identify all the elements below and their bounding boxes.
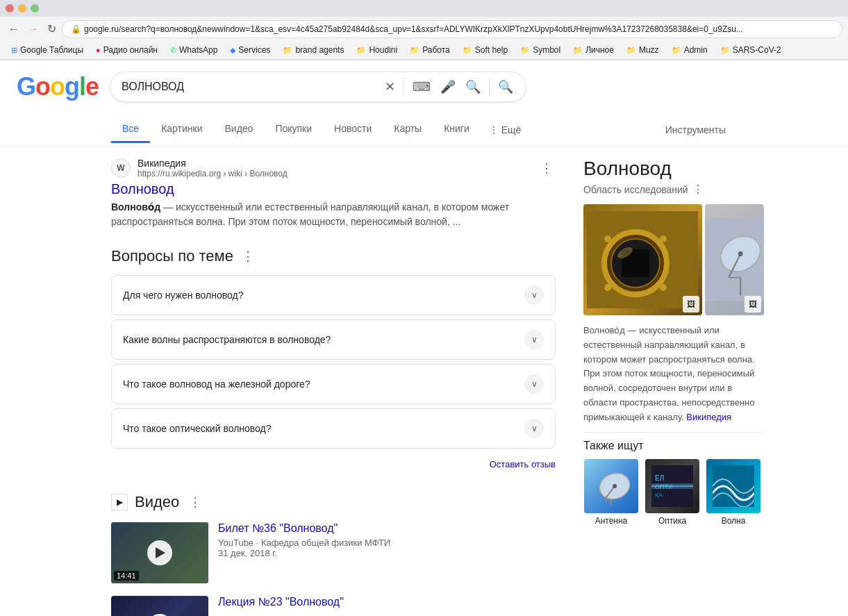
video-thumbnail-2[interactable] [111,596,208,616]
chevron-down-icon: ∨ [524,285,544,305]
bookmark-admin[interactable]: 📁 Admin [666,43,713,57]
kp-images: 🖼 🖼 [583,204,764,315]
snippet-rest: — искусственный или естественный направл… [111,201,509,227]
tab-tools[interactable]: Инструменты [654,117,737,142]
video-source-1: YouTube · Кафедра общей физики МФТИ [218,538,556,548]
kp-source-link[interactable]: Википедия [686,412,731,422]
browser-titlebar [0,0,848,17]
faq-item-4[interactable]: Что такое оптический волновод? ∨ [111,408,556,449]
tab-maps[interactable]: Карты [383,116,433,143]
logo-g: G [17,72,35,101]
folder-icon: 📁 [720,46,730,55]
logo-o1: o [35,72,50,101]
forward-button[interactable]: → [25,20,42,38]
chevron-down-icon: ∨ [524,330,544,349]
tab-more[interactable]: ⋮ Ещё [481,117,530,142]
faq-question-text: Что такое волновод на железной дороге? [123,378,310,390]
bookmark-sars[interactable]: 📁 SARS-CoV-2 [715,43,787,57]
bookmark-radio[interactable]: ● Радио онлайн [90,43,163,57]
bookmarks-bar: ⊞ Google Таблицы ● Радио онлайн ✆ WhatsA… [0,41,848,60]
tab-video[interactable]: Видео [213,116,264,143]
questions-title: Вопросы по теме [111,247,233,265]
tab-news[interactable]: Новости [323,116,383,143]
search-bar-container: ✕ ⌨ 🎤 🔍 🔍 [110,72,831,102]
image-expand-icon-2[interactable]: 🖼 [745,296,761,313]
keyboard-icon[interactable]: ⌨ [411,78,432,96]
lock-icon: 🔒 [71,24,81,34]
radio-icon: ● [96,46,101,54]
related-item-optica[interactable]: ЕЛ ОПТИ КА Оптика [645,459,700,526]
play-button-icon[interactable] [147,540,172,565]
voice-search-button[interactable]: 🎤 [439,78,457,96]
faq-question-1[interactable]: Для чего нужен волновод? ∨ [112,276,555,315]
bookmark-rabota[interactable]: 📁 Работа [404,43,456,57]
kp-menu-button[interactable]: ⋮ [692,183,704,196]
lens-search-button[interactable]: 🔍 [464,78,482,96]
kp-description: Волново́д — искусственный или естественн… [583,324,764,425]
bookmark-soft-help[interactable]: 📁 Soft help [457,43,513,57]
google-logo: G o o g l e [17,72,99,101]
faq-question-3[interactable]: Что такое волновод на железной дороге? ∨ [112,365,555,403]
right-column: Волновод Область исследований ⋮ [570,158,764,616]
image-expand-icon[interactable]: 🖼 [683,296,699,313]
tab-books[interactable]: Книги [433,116,481,143]
bookmark-whatsapp[interactable]: ✆ WhatsApp [165,43,223,57]
video-title-link-1[interactable]: Билет №36 "Волновод" [218,522,556,535]
site-info: Википедия https://ru.wikipedia.org › wik… [138,158,288,178]
knowledge-panel: Волновод Область исследований ⋮ [583,158,764,526]
search-result-wikipedia: W Википедия https://ru.wikipedia.org › w… [111,158,556,229]
questions-section: Вопросы по теме ⋮ Для чего нужен волново… [111,246,556,475]
feedback-link[interactable]: Оставить отзыв [490,459,556,469]
result-title-link[interactable]: Волновод [111,181,556,197]
related-item-wave[interactable]: Волна [706,459,761,526]
bookmark-label: Symbol [533,45,560,55]
antenna-img-svg [590,465,632,507]
video-menu-button[interactable]: ⋮ [186,492,204,513]
faq-question-4[interactable]: Что такое оптический волновод? ∨ [112,409,555,448]
wikipedia-favicon: W [111,158,131,178]
browser-nav: ← → ↻ 🔒 google.ru/search?q=волновод&neww… [0,17,848,41]
bookmark-symbol[interactable]: 📁 Symbol [515,43,566,57]
chevron-down-icon: ∨ [524,374,544,394]
tab-shopping[interactable]: Покупки [264,116,323,143]
waveguide-svg [587,211,698,308]
minimize-button[interactable] [18,4,26,13]
folder-icon: 📁 [520,46,530,55]
tab-all[interactable]: Все [111,116,150,143]
faq-item-1[interactable]: Для чего нужен волновод? ∨ [111,275,556,315]
tab-images[interactable]: Картинки [150,116,213,143]
faq-question-text: Какие волны распространяются в волноводе… [123,334,331,345]
bookmark-houdini[interactable]: 📁 Houdini [351,43,403,57]
logo-e: e [85,72,99,101]
bookmark-google-sheets[interactable]: ⊞ Google Таблицы [6,43,89,57]
back-button[interactable]: ← [6,20,22,38]
related-label-antenna: Антенна [595,516,628,526]
bookmark-lichnoe[interactable]: 📁 Личное [567,43,620,57]
kp-thumb-image[interactable]: 🖼 [705,204,764,315]
video-icon: ▶ [111,494,128,510]
bookmark-label: Admin [684,45,708,55]
bookmark-services[interactable]: ◆ Services [224,43,276,57]
faq-item-2[interactable]: Какие волны распространяются в волноводе… [111,319,556,360]
search-bar[interactable]: ✕ ⌨ 🎤 🔍 🔍 [110,72,526,102]
clear-button[interactable]: ✕ [383,78,397,96]
bookmark-brand-agents[interactable]: 📁 brand agents [277,43,349,57]
search-button[interactable]: 🔍 [497,78,515,96]
reload-button[interactable]: ↻ [44,19,59,38]
questions-menu-button[interactable]: ⋮ [239,246,257,267]
close-button[interactable] [6,4,14,13]
address-bar[interactable]: 🔒 google.ru/search?q=волновод&newwindow=… [62,20,842,38]
snippet-bold: Волново́д [111,201,160,213]
faq-question-2[interactable]: Какие волны распространяются в волноводе… [112,320,555,359]
folder-icon: 📁 [356,46,366,55]
kp-subtitle: Область исследований ⋮ [583,183,764,196]
maximize-button[interactable] [31,4,39,13]
kp-main-image[interactable]: 🖼 [583,204,702,315]
result-menu-button[interactable]: ⋮ [538,158,556,178]
video-title-link-2[interactable]: Лекция №23 "Волновод" [218,596,556,608]
video-thumbnail-1[interactable]: 14:41 [111,522,208,583]
bookmark-muzz[interactable]: 📁 Muzz [621,43,665,57]
faq-item-3[interactable]: Что такое волновод на железной дороге? ∨ [111,364,556,404]
related-item-antenna[interactable]: Антенна [583,459,639,526]
search-input[interactable] [122,81,376,93]
